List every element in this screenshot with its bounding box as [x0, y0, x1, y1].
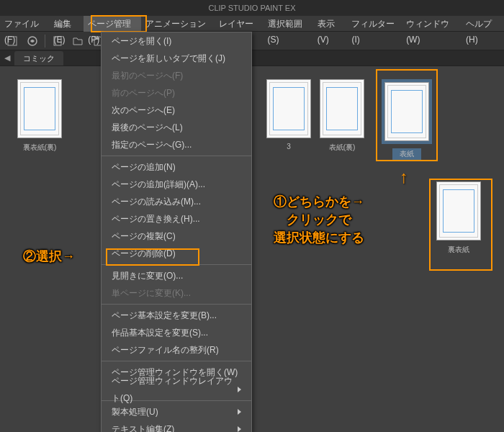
dropdown-item[interactable]: ページ基本設定を変更(B)...	[102, 307, 251, 324]
dropdown-item[interactable]: ページの追加(N)	[102, 158, 251, 176]
dropdown-item[interactable]: ページ管理ウィンドウレイアウト(Q)	[102, 381, 251, 398]
annotation-1-line3: 選択状態にする	[274, 229, 364, 247]
page-thumb-front-cover[interactable]: 表紙	[382, 79, 432, 160]
page-manage-dropdown: ページを開く(I)ページを新しいタブで開く(J)最初のページへ(F)前のページへ…	[101, 32, 252, 432]
dropdown-item[interactable]: ページファイル名の整列(R)	[102, 341, 251, 359]
dropdown-item[interactable]: ページの追加(詳細)(A)...	[102, 176, 251, 193]
annotation-1-line2: クリックで	[274, 211, 364, 229]
dropdown-item[interactable]: ページを新しいタブで開く(J)	[102, 50, 251, 67]
submenu-arrow-icon	[238, 426, 241, 432]
submenu-arrow-icon	[238, 387, 241, 392]
thumb-paper	[320, 79, 364, 138]
dropdown-item[interactable]: 指定のページへ(G)...	[102, 136, 251, 153]
annotation-1: ①どちらかを→ クリックで 選択状態にする	[274, 193, 364, 248]
toolbar-icon[interactable]	[3, 33, 22, 49]
svg-rect-3	[96, 37, 99, 40]
tab-strip: ◀ コミック	[0, 50, 504, 66]
dropdown-separator	[102, 304, 251, 305]
dropdown-item[interactable]: 最後のページへ(L)	[102, 119, 251, 136]
dropdown-item[interactable]: 見開きに変更(O)...	[102, 267, 251, 284]
arrow-up-icon: ↑	[400, 167, 408, 187]
dropdown-separator	[102, 361, 251, 361]
thumb-label: 裏表紙(裏)	[23, 143, 57, 153]
menu-bar: ファイル(F) 編集(E) ページ管理(P) アニメーション(A) レイヤー(L…	[0, 16, 504, 32]
svg-rect-2	[54, 37, 61, 45]
thumb-paper	[266, 79, 311, 138]
menu-animation[interactable]: アニメーション(A)	[141, 16, 214, 32]
menu-edit[interactable]: 編集(E)	[50, 16, 84, 32]
dropdown-item: 単ページに変更(K)...	[102, 284, 251, 302]
menu-file[interactable]: ファイル(F)	[0, 16, 50, 32]
dropdown-item[interactable]: ページの削除(D)	[102, 245, 251, 262]
menu-page-manage[interactable]: ページ管理(P)	[84, 16, 141, 32]
open-icon[interactable]	[68, 33, 87, 49]
tab-collapse-icon[interactable]: ◀	[0, 53, 14, 63]
thumb-label: 裏表紙	[448, 245, 469, 255]
thumb-label: 表紙	[392, 148, 421, 160]
toolbar	[0, 32, 504, 50]
dropdown-item[interactable]: ページの置き換え(H)...	[102, 210, 251, 228]
tab-comic[interactable]: コミック	[14, 51, 63, 66]
workspace: 裏表紙(裏) 3 表紙(裏) 表紙 裏表紙	[0, 66, 504, 432]
dropdown-item[interactable]: ページを開く(I)	[102, 32, 251, 50]
dropdown-item[interactable]: ページの読み込み(M)...	[102, 193, 251, 210]
new-icon[interactable]	[48, 33, 67, 49]
page-thumb-back-cover-reverse[interactable]: 裏表紙(裏)	[17, 79, 62, 153]
menu-filter[interactable]: フィルター(I)	[347, 16, 402, 32]
menu-layer[interactable]: レイヤー(L)	[215, 16, 264, 32]
menu-window[interactable]: ウィンドウ(W)	[402, 16, 462, 32]
dropdown-item[interactable]: ページの複製(C)	[102, 228, 251, 245]
dropdown-item[interactable]: 作品基本設定を変更(S)...	[102, 324, 251, 341]
dropdown-item: 前のページへ(P)	[102, 84, 251, 102]
dropdown-separator	[102, 264, 251, 265]
annotation-1-line1: ①どちらかを→	[274, 193, 364, 211]
thumb-label: 3	[287, 143, 291, 150]
menu-help[interactable]: ヘルプ(H)	[462, 16, 504, 32]
page-thumb-3[interactable]: 3	[266, 79, 311, 150]
thumb-paper	[384, 82, 429, 141]
dropdown-separator	[102, 156, 251, 156]
submenu-arrow-icon	[238, 409, 241, 415]
svg-rect-0	[8, 37, 17, 45]
thumb-paper	[436, 181, 481, 240]
thumb-paper	[17, 79, 62, 138]
menu-view[interactable]: 表示(V)	[313, 16, 348, 32]
clip-studio-icon[interactable]	[23, 33, 42, 49]
dropdown-item[interactable]: 次のページへ(E)	[102, 102, 251, 119]
menu-selection[interactable]: 選択範囲(S)	[264, 16, 313, 32]
dropdown-item: 最初のページへ(F)	[102, 67, 251, 84]
dropdown-item[interactable]: テキスト編集(Z)	[102, 420, 251, 432]
annotation-2: ②選択→	[23, 248, 75, 266]
page-thumb-back-cover[interactable]: 裏表紙	[436, 181, 481, 255]
title-bar: CLIP STUDIO PAINT EX	[0, 0, 504, 16]
thumb-label: 表紙(裏)	[329, 143, 356, 153]
toolbar-divider	[45, 35, 45, 48]
page-thumb-front-cover-reverse[interactable]: 表紙(裏)	[320, 79, 364, 153]
app-title: CLIP STUDIO PAINT EX	[208, 4, 295, 12]
